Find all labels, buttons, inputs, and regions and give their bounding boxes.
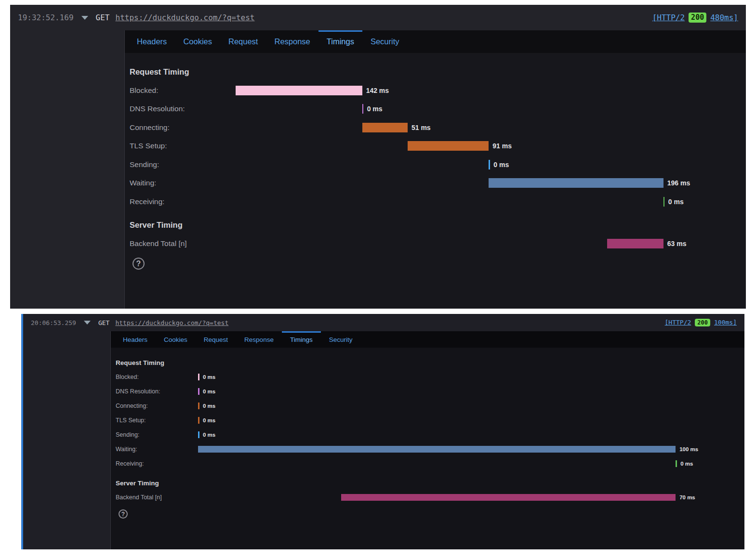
protocol-text: [HTTP/2 xyxy=(652,13,685,22)
timing-value: 0 ms xyxy=(203,417,215,423)
network-request-panel: 20:06:53.259 GET https://duckduckgo.com/… xyxy=(21,314,744,549)
timing-bar-waiting xyxy=(198,446,676,453)
timing-row-blocked: Blocked:0 ms xyxy=(116,370,738,384)
request-method: GET xyxy=(96,13,110,22)
timing-row-waiting: Waiting:196 ms xyxy=(130,174,739,193)
tab-response[interactable]: Response xyxy=(236,331,282,348)
timing-label: Waiting: xyxy=(130,179,236,187)
timing-timeline: 70 ms xyxy=(198,494,738,501)
tab-timings[interactable]: Timings xyxy=(318,30,362,53)
tab-security[interactable]: Security xyxy=(362,30,408,53)
request-url[interactable]: https://duckduckgo.com/?q=test xyxy=(115,319,228,326)
timing-section: Request TimingBlocked:142 msDNS Resoluti… xyxy=(130,63,739,211)
timing-value: 142 ms xyxy=(366,87,389,94)
help-icon[interactable]: ? xyxy=(119,509,128,519)
timing-bar-tls-setup xyxy=(198,417,199,424)
timing-value: 196 ms xyxy=(667,179,690,187)
timing-bar-receiving xyxy=(676,460,677,467)
response-time: 100ms] xyxy=(714,319,737,326)
timings-content: Request TimingBlocked:0 msDNS Resolution… xyxy=(111,348,744,549)
timing-bar-blocked xyxy=(198,374,199,380)
timing-timeline: 142 ms xyxy=(236,86,739,95)
detail-tabbar: HeadersCookiesRequestResponseTimingsSecu… xyxy=(125,30,746,53)
tab-cookies[interactable]: Cookies xyxy=(175,30,220,53)
timing-bar-sending xyxy=(198,431,199,438)
section-title: Request Timing xyxy=(130,63,739,81)
timing-value: 0 ms xyxy=(203,403,215,409)
request-status-link[interactable]: [HTTP/2 200 480ms] xyxy=(652,13,738,23)
timing-row-dns-resolution: DNS Resolution:0 ms xyxy=(116,384,738,399)
section-title: Server Timing xyxy=(130,216,739,234)
request-timestamp: 20:06:53.259 xyxy=(31,319,76,326)
timing-bar-backend-total xyxy=(341,494,676,501)
status-code-badge: 200 xyxy=(695,319,710,327)
timing-label: Backend Total [n] xyxy=(130,239,236,248)
timing-label: Receiving: xyxy=(130,197,236,206)
timing-row-blocked: Blocked:142 ms xyxy=(130,81,739,100)
timing-section: Request TimingBlocked:0 msDNS Resolution… xyxy=(116,355,738,471)
timing-row-connecting: Connecting:51 ms xyxy=(130,118,739,137)
timing-bar-tls-setup xyxy=(408,141,489,151)
timing-value: 0 ms xyxy=(203,432,215,438)
timing-bar-blocked xyxy=(236,86,362,95)
timings-content: Request TimingBlocked:142 msDNS Resoluti… xyxy=(125,53,746,309)
request-status-link[interactable]: [HTTP/2 200 100ms] xyxy=(665,319,737,327)
tab-request[interactable]: Request xyxy=(220,30,266,53)
tab-headers[interactable]: Headers xyxy=(115,331,156,348)
request-url[interactable]: https://duckduckgo.com/?q=test xyxy=(116,13,255,22)
timing-value: 100 ms xyxy=(679,446,698,452)
timing-value: 0 ms xyxy=(203,389,215,394)
timing-timeline: 0 ms xyxy=(198,417,738,424)
timing-timeline: 196 ms xyxy=(236,178,739,188)
timing-value: 63 ms xyxy=(667,240,687,247)
timing-label: Connecting: xyxy=(116,403,198,409)
timing-bar-dns-resolution xyxy=(362,104,364,114)
timing-timeline: 0 ms xyxy=(198,431,738,438)
timing-label: Sending: xyxy=(116,431,198,438)
tab-response[interactable]: Response xyxy=(266,30,318,53)
request-row[interactable]: 20:06:53.259 GET https://duckduckgo.com/… xyxy=(23,314,744,331)
timing-bar-sending xyxy=(489,160,490,169)
timing-bar-receiving xyxy=(663,197,665,207)
tab-request[interactable]: Request xyxy=(196,331,236,348)
request-row[interactable]: 19:32:52.169 GET https://duckduckgo.com/… xyxy=(10,5,746,30)
timing-label: Blocked: xyxy=(130,86,236,95)
timing-timeline: 100 ms xyxy=(198,446,738,453)
timing-timeline: 0 ms xyxy=(236,104,739,114)
timing-row-connecting: Connecting:0 ms xyxy=(116,399,738,413)
timing-value: 51 ms xyxy=(411,124,431,131)
timing-row-sending: Sending:0 ms xyxy=(130,156,739,174)
timing-row-backend-total: Backend Total [n]70 ms xyxy=(116,490,738,505)
timing-value: 70 ms xyxy=(679,494,695,500)
timing-row-dns-resolution: DNS Resolution:0 ms xyxy=(130,100,739,118)
timing-bar-waiting xyxy=(489,178,663,188)
timing-bar-backend-total xyxy=(607,239,663,248)
timing-label: TLS Setup: xyxy=(116,417,198,424)
timing-label: DNS Resolution: xyxy=(130,104,236,113)
timing-label: Waiting: xyxy=(116,446,198,453)
timing-row-receiving: Receiving:0 ms xyxy=(130,193,739,211)
timing-label: Receiving: xyxy=(116,460,198,467)
timing-label: Backend Total [n] xyxy=(116,494,198,501)
timing-bar-dns-resolution xyxy=(198,388,199,395)
timing-section: Server TimingBackend Total [n]70 ms xyxy=(116,476,738,505)
section-title: Server Timing xyxy=(116,476,738,490)
timing-section: Server TimingBackend Total [n]63 ms xyxy=(130,216,739,253)
expand-caret-icon[interactable] xyxy=(84,321,91,325)
tab-cookies[interactable]: Cookies xyxy=(156,331,196,348)
tab-headers[interactable]: Headers xyxy=(129,30,175,53)
timing-timeline: 63 ms xyxy=(236,239,739,248)
timing-bar-connecting xyxy=(362,123,408,132)
help-icon[interactable]: ? xyxy=(133,258,145,270)
network-request-panel: 19:32:52.169 GET https://duckduckgo.com/… xyxy=(10,5,746,309)
timing-label: Connecting: xyxy=(130,123,236,132)
timing-label: DNS Resolution: xyxy=(116,388,198,395)
tab-timings[interactable]: Timings xyxy=(282,331,321,348)
expand-caret-icon[interactable] xyxy=(81,16,88,20)
section-title: Request Timing xyxy=(116,355,738,370)
timing-label: TLS Setup: xyxy=(130,142,236,150)
timing-timeline: 0 ms xyxy=(198,374,738,380)
tab-security[interactable]: Security xyxy=(321,331,361,348)
timing-timeline: 0 ms xyxy=(236,160,739,169)
request-detail-pane: HeadersCookiesRequestResponseTimingsSecu… xyxy=(124,30,746,309)
